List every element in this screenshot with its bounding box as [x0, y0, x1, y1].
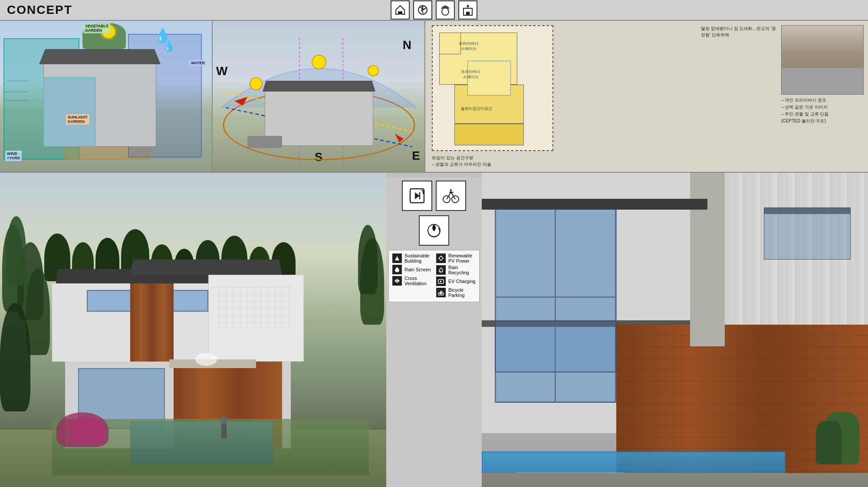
svg-marker-8	[395, 134, 404, 142]
svg-point-11	[368, 66, 378, 76]
panel-right: 프라이버시스페이스 프라이버시스페이스 필로티공간이공간 딸장 없애봤더니 집 …	[425, 21, 868, 172]
rain-recycling-icon	[436, 265, 446, 275]
top-section: 💧 💧 〰〰〰 〰〰〰 〰〰〰 VEGETABLEGARDEN SUNLIGHT…	[0, 21, 868, 173]
feature-rain-recycling: Rain Recycling	[436, 265, 476, 275]
feature-ev-charging: EV Charging	[436, 276, 476, 286]
panel-left: 💧 💧 〰〰〰 〰〰〰 〰〰〰 VEGETABLEGARDEN SUNLIGHT…	[0, 21, 213, 172]
svg-rect-0	[399, 12, 401, 14]
water-label: WATER	[189, 60, 207, 66]
panel-middle: W N S E	[213, 21, 425, 172]
page-title: CONCEPT	[7, 3, 72, 17]
svg-rect-3	[466, 12, 470, 15]
rain-screen-icon	[392, 265, 402, 274]
ev-icon	[436, 276, 446, 286]
cross-ventilation-label: Cross Ventilation	[404, 276, 432, 286]
water-cycle-button[interactable]	[419, 215, 449, 246]
ventilation-icon	[392, 276, 402, 286]
sunlight-garden-label: SUNLIGHTGARDEN	[66, 114, 89, 125]
renewable-icon	[436, 253, 446, 263]
vegetable-garden-label: VEGETABLEGARDEN	[83, 23, 110, 33]
feature-renewable: Renewable PV Power	[436, 253, 476, 263]
svg-point-9	[250, 78, 262, 90]
svg-rect-19	[396, 259, 398, 260]
header-icons	[391, 0, 477, 20]
bottom-section: Sustainable Building Rain Screen	[0, 173, 868, 487]
home-icon-box	[391, 0, 410, 20]
bottom-middle-panel: Sustainable Building Rain Screen	[386, 173, 482, 487]
bottom-left-panel	[0, 173, 386, 487]
water-drop-icon-box	[436, 0, 455, 20]
sustainable-icon	[392, 253, 402, 263]
header: CONCEPT	[0, 0, 868, 21]
wind-yard-label: WIND+YARD	[5, 151, 22, 161]
feature-bicycle: Bicycle Parking	[436, 287, 476, 298]
feature-sustainable: Sustainable Building	[392, 253, 432, 263]
ev-charging-button[interactable]	[402, 181, 432, 211]
svg-point-10	[312, 55, 326, 69]
feature-ventilation: Cross Ventilation	[392, 276, 432, 286]
bike-icon	[436, 288, 446, 297]
feature-rain-screen: Rain Screen	[392, 265, 432, 274]
svg-point-20	[439, 257, 443, 260]
building-arrow-icon-box	[458, 0, 477, 20]
power-icon-box	[413, 0, 432, 20]
svg-point-17	[450, 189, 452, 191]
bicycle-button[interactable]	[436, 181, 466, 211]
bottom-right-panel	[482, 173, 868, 487]
